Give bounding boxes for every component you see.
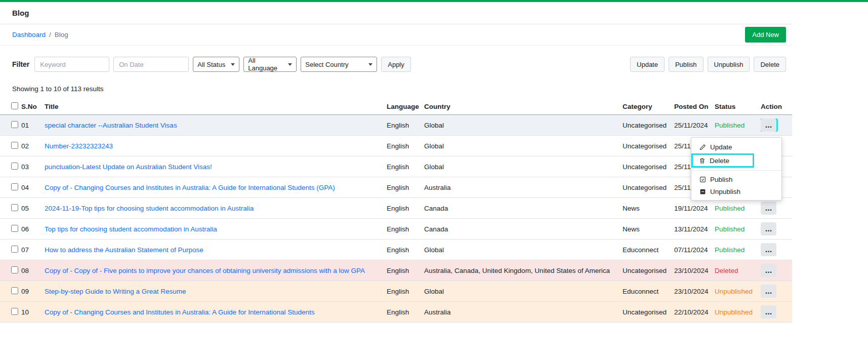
row-title-link[interactable]: How to address the Australian Statement …	[45, 246, 203, 254]
context-menu: UpdateDeletePublishUnpublish	[691, 137, 782, 201]
menu-separator	[691, 170, 781, 171]
table-row: 09 Step-by-step Guide to Writing a Great…	[0, 281, 792, 302]
pencil-icon	[699, 144, 706, 150]
chevron-down-icon	[368, 63, 373, 66]
row-checkbox[interactable]	[11, 266, 18, 273]
row-sno: 09	[21, 288, 45, 295]
row-title-link[interactable]: special character --Australian Student V…	[45, 122, 177, 129]
row-title-link[interactable]: punctuation-Latest Update on Australian …	[45, 163, 212, 171]
row-checkbox[interactable]	[11, 246, 18, 253]
table-row: 10 Copy of - Changing Courses and Instit…	[0, 302, 792, 323]
row-category: Educonnect	[623, 246, 674, 254]
table-body: 01 special character --Australian Studen…	[0, 115, 792, 323]
row-title-link[interactable]: Copy of - Copy of - Five points to impro…	[45, 267, 365, 274]
row-language: English	[387, 267, 424, 274]
row-language: English	[387, 288, 424, 295]
header-country: Country	[424, 103, 623, 110]
row-action-button[interactable]: ...	[761, 305, 776, 319]
bulk-publish-button[interactable]: Publish	[669, 57, 704, 72]
country-select[interactable]: Select Country	[301, 57, 377, 72]
bulk-update-button[interactable]: Update	[630, 57, 665, 72]
row-posted-on: 23/10/2024	[674, 267, 715, 274]
row-language: English	[387, 246, 424, 254]
row-title-link[interactable]: Step-by-step Guide to Writing a Great Re…	[45, 288, 186, 295]
row-checkbox[interactable]	[11, 183, 18, 190]
row-action-button[interactable]: ...	[761, 118, 776, 132]
row-country: Global	[424, 246, 623, 254]
row-checkbox[interactable]	[11, 121, 18, 128]
menu-item-delete[interactable]: Delete	[691, 153, 754, 168]
add-new-button[interactable]: Add New	[745, 27, 786, 43]
content-area: Blog Dashboard / Blog Add New Filter All…	[0, 2, 792, 323]
page-title: Blog	[12, 9, 29, 17]
country-select-value: Select Country	[305, 61, 348, 68]
row-checkbox[interactable]	[11, 287, 18, 294]
row-language: English	[387, 142, 424, 150]
menu-item-update[interactable]: Update	[691, 141, 781, 153]
status-select[interactable]: All Status	[193, 57, 239, 72]
header-category: Category	[623, 103, 674, 110]
breadcrumb-dashboard-link[interactable]: Dashboard	[12, 31, 46, 38]
bulk-actions: Update Publish Unpublish Delete	[630, 57, 786, 72]
row-action-button[interactable]: ...	[761, 243, 776, 256]
row-title-link[interactable]: 2024-11-19-Top tips for choosing student…	[45, 205, 254, 212]
row-category: News	[623, 205, 674, 212]
blog-table: S.No Title Language Country Category Pos…	[0, 99, 792, 323]
language-select-value: All Language	[248, 57, 285, 72]
row-country: Global	[424, 122, 623, 129]
row-title-link[interactable]: Copy of - Changing Courses and Institute…	[45, 308, 315, 316]
breadcrumb-current: Blog	[55, 31, 68, 38]
table-row: 06 Top tips for choosing student accommo…	[0, 219, 792, 240]
row-posted-on: 13/11/2024	[674, 225, 715, 233]
menu-item-publish[interactable]: Publish	[691, 173, 781, 185]
header-posted-on: Posted On	[674, 103, 715, 110]
bulk-delete-button[interactable]: Delete	[754, 57, 786, 72]
row-language: English	[387, 225, 424, 233]
table-row: 05 2024-11-19-Top tips for choosing stud…	[0, 198, 792, 219]
filter-label: Filter	[12, 60, 29, 68]
keyword-input[interactable]	[34, 57, 109, 72]
row-sno: 04	[21, 184, 45, 191]
row-language: English	[387, 163, 424, 171]
table-row: 04 Copy of - Changing Courses and Instit…	[0, 177, 792, 198]
row-country: Canada	[424, 225, 623, 233]
row-sno: 05	[21, 205, 45, 212]
row-status: Published	[715, 225, 761, 233]
row-action-button[interactable]: ...	[761, 264, 776, 277]
row-language: English	[387, 308, 424, 316]
row-category: Uncategorised	[623, 142, 674, 150]
row-country: Global	[424, 163, 623, 171]
header-title: Title	[45, 103, 387, 110]
row-country: Australia	[424, 184, 623, 191]
row-title-link[interactable]: Copy of - Changing Courses and Institute…	[45, 184, 335, 191]
row-action-button[interactable]: ...	[761, 222, 776, 235]
row-checkbox[interactable]	[11, 225, 18, 232]
breadcrumb-separator: /	[49, 31, 51, 38]
menu-item-label: Update	[710, 143, 732, 151]
row-action-button[interactable]: ...	[761, 285, 776, 298]
bulk-unpublish-button[interactable]: Unpublish	[708, 57, 750, 72]
apply-button[interactable]: Apply	[381, 57, 411, 72]
page-header: Blog	[0, 2, 792, 24]
row-category: Uncategorised	[623, 163, 674, 171]
row-sno: 07	[21, 246, 45, 254]
row-checkbox[interactable]	[11, 204, 18, 211]
language-select[interactable]: All Language	[243, 57, 297, 72]
row-title-link[interactable]: Top tips for choosing student accommodat…	[45, 225, 217, 233]
row-checkbox[interactable]	[11, 163, 18, 170]
select-all-checkbox[interactable]	[11, 102, 18, 109]
chevron-down-icon	[288, 63, 292, 66]
breadcrumb: Dashboard / Blog	[12, 31, 68, 38]
square-minus-icon	[699, 188, 706, 195]
row-status: Unpublished	[715, 308, 761, 316]
row-checkbox[interactable]	[11, 142, 18, 149]
row-country: Global	[424, 142, 623, 150]
row-checkbox[interactable]	[11, 308, 18, 315]
date-input[interactable]	[113, 57, 189, 72]
row-category: Uncategorised	[623, 308, 674, 316]
menu-item-unpublish[interactable]: Unpublish	[691, 185, 781, 197]
row-title-link[interactable]: Number-23232323243	[45, 142, 113, 150]
row-status: Deleted	[715, 267, 761, 274]
row-sno: 08	[21, 267, 45, 274]
row-action-button[interactable]: ...	[761, 202, 776, 215]
